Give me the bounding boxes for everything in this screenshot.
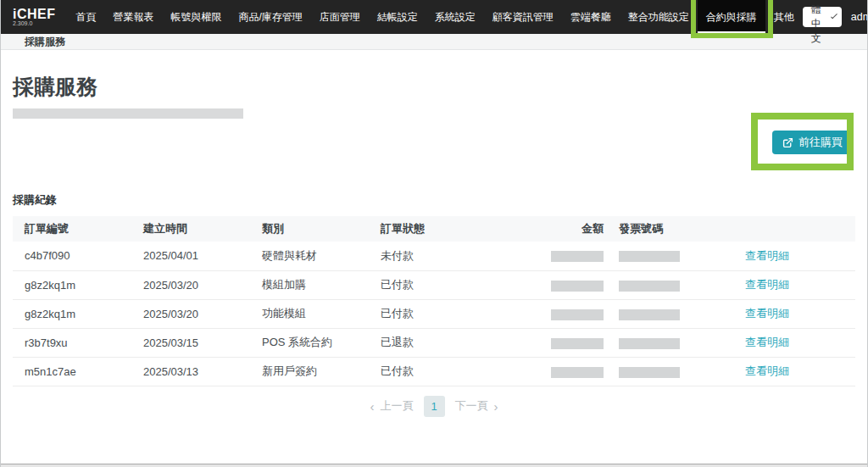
- nav-item-integration-settings[interactable]: 整合功能設定: [620, 0, 698, 34]
- view-detail-link[interactable]: 查看明細: [745, 307, 789, 320]
- view-detail-link[interactable]: 查看明細: [745, 364, 789, 377]
- order-id-cell: g8z2kq1m: [13, 299, 131, 328]
- order-id-cell: c4b7f090: [13, 242, 131, 270]
- order-id-cell: r3b7t9xu: [13, 328, 131, 357]
- amount-redacted-bar: [551, 338, 604, 349]
- category-cell: 功能模組: [250, 299, 369, 328]
- app-logo[interactable]: iCHEF 2.309.0: [13, 0, 56, 34]
- action-row: 前往購買: [13, 131, 855, 154]
- category-cell: 新用戶簽約: [250, 357, 369, 386]
- table-row: c4b7f090 2025/04/01 硬體與耗材 未付款 查看明細: [13, 242, 855, 270]
- invoice-cell: [609, 270, 733, 299]
- invoice-cell: [609, 328, 733, 357]
- col-header-category: 類別: [250, 216, 369, 242]
- created-cell: 2025/03/20: [131, 270, 250, 299]
- amount-redacted-bar: [551, 281, 604, 292]
- order-id-cell: g8z2kq1m: [13, 270, 131, 299]
- pagination-page-1[interactable]: 1: [424, 396, 445, 417]
- nav-item-checkout-settings[interactable]: 結帳設定: [369, 0, 426, 34]
- window-bottom-edge: [1, 464, 867, 467]
- invoice-redacted-bar: [619, 367, 680, 378]
- amount-cell: [487, 328, 609, 357]
- top-navbar: iCHEF 2.309.0 首頁 營業報表 帳號與權限 商品/庫存管理 店面管理…: [1, 0, 867, 34]
- actions-cell: 查看明細: [733, 270, 855, 299]
- invoice-redacted-bar: [619, 281, 680, 292]
- navbar-right: 繁體中文 admin(logout): [803, 0, 868, 34]
- buy-button-wrap: 前往購買: [772, 131, 853, 154]
- status-cell: 已付款: [369, 299, 487, 328]
- amount-redacted-bar: [551, 309, 604, 320]
- category-cell: POS 系統合約: [250, 328, 369, 357]
- nav-item-accounts-permissions[interactable]: 帳號與權限: [163, 0, 231, 34]
- nav-item-customer-info[interactable]: 顧客資訊管理: [484, 0, 562, 34]
- nav-item-cloud-restaurant[interactable]: 雲端餐廳: [562, 0, 620, 34]
- status-cell: 已退款: [369, 328, 487, 357]
- view-detail-link[interactable]: 查看明細: [745, 249, 789, 262]
- amount-redacted-bar: [551, 367, 604, 378]
- chevron-right-icon: ›: [494, 400, 498, 413]
- col-header-invoice: 發票號碼: [609, 216, 733, 242]
- amount-cell: [487, 242, 609, 270]
- purchase-records-table: 訂單編號 建立時間 類別 訂單狀態 金額 發票號碼 c4b7f090 2025/…: [13, 216, 855, 386]
- invoice-cell: [609, 299, 733, 328]
- col-header-status: 訂單狀態: [369, 216, 487, 242]
- pagination-prev-label: 上一頁: [381, 398, 414, 414]
- status-cell: 未付款: [369, 242, 487, 270]
- nav-item-system-settings[interactable]: 系統設定: [426, 0, 484, 34]
- nav-item-label: 合約與採購: [706, 10, 757, 25]
- nav-item-product-inventory[interactable]: 商品/庫存管理: [231, 0, 311, 34]
- buy-button-label: 前往購買: [798, 135, 843, 150]
- external-link-icon: [782, 137, 793, 148]
- nav-menu: 首頁 營業報表 帳號與權限 商品/庫存管理 店面管理 結帳設定 系統設定 顧客資…: [68, 0, 803, 34]
- table-row: r3b7t9xu 2025/03/15 POS 系統合約 已退款 查看明細: [13, 328, 855, 357]
- account-logout-link[interactable]: admin(logout): [851, 11, 868, 23]
- created-cell: 2025/03/15: [131, 328, 250, 357]
- amount-cell: [487, 270, 609, 299]
- table-row: g8z2kq1m 2025/03/20 功能模組 已付款 查看明細: [13, 299, 855, 328]
- actions-cell: 查看明細: [733, 357, 855, 386]
- actions-cell: 查看明細: [733, 299, 855, 328]
- nav-item-other[interactable]: 其他: [765, 0, 803, 34]
- language-selector[interactable]: 繁體中文: [803, 7, 842, 27]
- invoice-redacted-bar: [619, 338, 680, 349]
- view-detail-link[interactable]: 查看明細: [745, 336, 789, 348]
- order-id-cell: m5n1c7ae: [13, 357, 131, 386]
- go-to-purchase-button[interactable]: 前往購買: [772, 131, 853, 154]
- view-detail-link[interactable]: 查看明細: [745, 278, 789, 291]
- col-header-created: 建立時間: [131, 216, 250, 242]
- col-header-actions: [733, 216, 855, 242]
- page-title: 採購服務: [13, 73, 855, 101]
- created-cell: 2025/04/01: [131, 242, 250, 270]
- breadcrumb-item[interactable]: 採購服務: [25, 35, 65, 49]
- redacted-subtitle-bar: [13, 108, 243, 119]
- category-cell: 硬體與耗材: [250, 242, 369, 270]
- amount-redacted-bar: [551, 251, 604, 262]
- nav-item-home[interactable]: 首頁: [68, 0, 105, 34]
- logo-text: iCHEF: [13, 8, 56, 20]
- pagination-next-button[interactable]: 下一頁 ›: [455, 398, 498, 414]
- actions-cell: 查看明細: [733, 242, 855, 270]
- created-cell: 2025/03/13: [131, 357, 250, 386]
- invoice-cell: [609, 357, 733, 386]
- nav-item-sales-reports[interactable]: 營業報表: [105, 0, 163, 34]
- app-window: iCHEF 2.309.0 首頁 營業報表 帳號與權限 商品/庫存管理 店面管理…: [0, 0, 868, 467]
- pagination-prev-button[interactable]: ‹ 上一頁: [370, 398, 414, 414]
- purchase-records-title: 採購紀錄: [13, 192, 855, 208]
- actions-cell: 查看明細: [733, 328, 855, 357]
- amount-cell: [487, 357, 609, 386]
- invoice-redacted-bar: [619, 251, 680, 262]
- status-cell: 已付款: [369, 270, 487, 299]
- chevron-down-icon: [832, 13, 838, 19]
- col-header-order-id: 訂單編號: [13, 216, 131, 242]
- nav-item-store-management[interactable]: 店面管理: [311, 0, 369, 34]
- status-cell: 已付款: [369, 357, 487, 386]
- table-row: g8z2kq1m 2025/03/20 模組加購 已付款 查看明細: [13, 270, 855, 299]
- app-version: 2.309.0: [13, 20, 56, 27]
- breadcrumb: 採購服務: [1, 34, 867, 50]
- table-row: m5n1c7ae 2025/03/13 新用戶簽約 已付款 查看明細: [13, 357, 855, 386]
- invoice-redacted-bar: [619, 309, 680, 320]
- col-header-amount: 金額: [487, 216, 609, 242]
- language-selector-value: 繁體中文: [811, 0, 826, 46]
- main-content: 採購服務 前往購買 採購紀錄: [1, 73, 867, 417]
- nav-item-contracts-purchasing[interactable]: 合約與採購: [698, 0, 765, 34]
